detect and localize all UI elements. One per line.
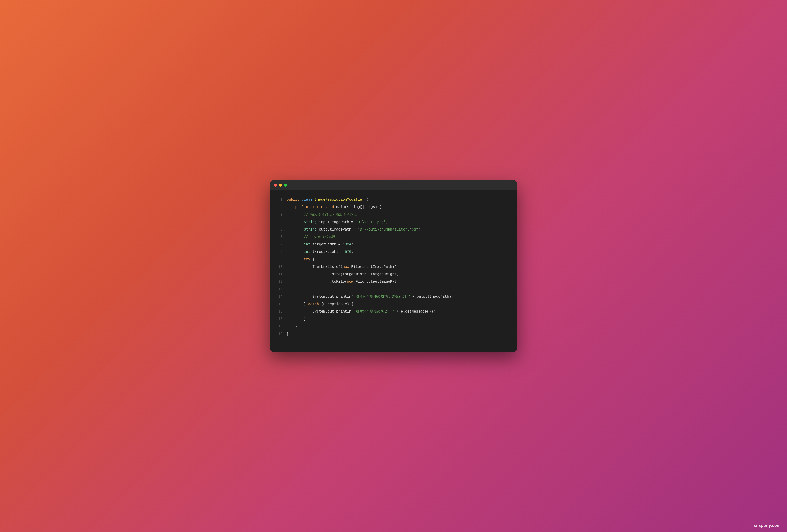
code-token: ; — [351, 250, 354, 254]
code-token: + e.getMessage()); — [395, 310, 435, 314]
code-token: inputImagePath = — [319, 220, 356, 224]
code-token: System.out.println( — [286, 295, 354, 299]
code-line-content: public static void main(String[] args) { — [286, 204, 513, 211]
minimize-button[interactable] — [279, 184, 282, 187]
table-row: 8 int targetHeight = 576; — [272, 248, 513, 256]
code-token: // 输入图片路径和输出图片路径 — [286, 213, 357, 217]
code-line-content: // 输入图片路径和输出图片路径 — [286, 211, 513, 219]
code-token: 576 — [345, 250, 351, 254]
code-token: Thumbnails.of( — [286, 265, 343, 269]
code-line-content: .size(targetWidth, targetHeight) — [286, 271, 513, 278]
code-token: public — [295, 205, 310, 209]
table-row: 18 } — [272, 323, 513, 330]
code-table: 1public class ImageResolutionModifier {2… — [272, 196, 513, 345]
code-token: { — [364, 198, 368, 202]
table-row: 4 String inputImagePath = "D:\\out1.png"… — [272, 219, 513, 226]
code-token: { — [311, 257, 315, 261]
table-row: 13 — [272, 285, 513, 293]
line-number: 11 — [272, 271, 286, 278]
code-token: String — [304, 228, 319, 232]
line-number: 1 — [272, 196, 286, 204]
code-line-content: int targetWidth = 1024; — [286, 241, 513, 248]
code-token: (Exception e) { — [319, 302, 354, 306]
line-number: 14 — [272, 293, 286, 301]
table-row: 11 .size(targetWidth, targetHeight) — [272, 271, 513, 278]
code-token: System.out.println( — [286, 310, 354, 314]
table-row: 20 — [272, 338, 513, 345]
code-token: File(outputImagePath)); — [356, 280, 405, 284]
code-token: ; — [386, 220, 388, 224]
code-token: + outputImagePath); — [410, 295, 453, 299]
code-token: targetWidth = — [313, 242, 342, 247]
table-row: 3 // 输入图片路径和输出图片路径 — [272, 211, 513, 219]
code-token: "D:\\out1.png" — [356, 220, 386, 224]
line-number: 2 — [272, 204, 286, 211]
code-token: } — [286, 332, 289, 336]
code-token: "D:\\out1-thumbnailator.jpg" — [358, 228, 418, 232]
line-number: 12 — [272, 278, 286, 285]
code-token: int — [304, 242, 313, 247]
code-token: } — [286, 317, 306, 321]
code-token: ImageResolutionModifier — [315, 198, 364, 202]
code-token — [286, 205, 295, 209]
watermark: snappify.com — [753, 523, 781, 528]
table-row: 2 public static void main(String[] args)… — [272, 204, 513, 211]
table-row: 15 } catch (Exception e) { — [272, 301, 513, 308]
code-token: try — [304, 257, 311, 261]
code-token: "图片分辨率修改失败: " — [354, 310, 395, 314]
table-row: 1public class ImageResolutionModifier { — [272, 196, 513, 204]
table-row: 19} — [272, 331, 513, 338]
code-line-content: Thumbnails.of(new File(inputImagePath)) — [286, 263, 513, 271]
table-row: 5 String outputImagePath = "D:\\out1-thu… — [272, 226, 513, 233]
code-token: public — [286, 198, 302, 202]
line-number: 18 — [272, 323, 286, 330]
code-token: static — [311, 205, 325, 209]
code-token — [286, 228, 304, 232]
table-row: 7 int targetWidth = 1024; — [272, 241, 513, 248]
code-window: 1public class ImageResolutionModifier {2… — [270, 180, 517, 352]
code-token — [286, 242, 304, 247]
code-token — [286, 220, 304, 224]
code-line-content: } — [286, 331, 513, 338]
line-number: 17 — [272, 315, 286, 323]
code-token: ; — [418, 228, 421, 232]
code-line-content: try { — [286, 256, 513, 263]
code-line-content: } — [286, 315, 513, 323]
code-token: catch — [308, 302, 319, 306]
line-number: 9 — [272, 256, 286, 263]
code-token: File(inputImagePath)) — [351, 265, 397, 269]
code-line-content: System.out.println("图片分辨率修改失败: " + e.get… — [286, 308, 513, 315]
maximize-button[interactable] — [284, 184, 287, 187]
code-token: new — [347, 280, 356, 284]
code-token: } — [286, 324, 297, 328]
code-line-content: int targetHeight = 576; — [286, 248, 513, 256]
close-button[interactable] — [274, 184, 277, 187]
line-number: 7 — [272, 241, 286, 248]
table-row: 12 .toFile(new File(outputImagePath)); — [272, 278, 513, 285]
code-token — [286, 257, 304, 261]
line-number: 6 — [272, 233, 286, 241]
code-token: .toFile( — [286, 280, 347, 284]
code-token: String — [304, 220, 319, 224]
code-token: new — [343, 265, 351, 269]
code-line-content — [286, 338, 513, 345]
code-token: outputImagePath = — [319, 228, 358, 232]
line-number: 5 — [272, 226, 286, 233]
table-row: 9 try { — [272, 256, 513, 263]
line-number: 19 — [272, 331, 286, 338]
code-area: 1public class ImageResolutionModifier {2… — [270, 190, 517, 352]
line-number: 16 — [272, 308, 286, 315]
line-number: 15 — [272, 301, 286, 308]
code-token: ; — [351, 242, 354, 247]
table-row: 6 // 目标宽度和高度 — [272, 233, 513, 241]
code-token: .size(targetWidth, targetHeight) — [286, 272, 399, 276]
table-row: 16 System.out.println("图片分辨率修改失败: " + e.… — [272, 308, 513, 315]
code-line-content: } — [286, 323, 513, 330]
code-token: 1024 — [343, 242, 351, 247]
code-token: class — [302, 198, 315, 202]
code-token: main(String[] args) { — [336, 205, 382, 209]
code-line-content: .toFile(new File(outputImagePath)); — [286, 278, 513, 285]
code-token: targetHeight = — [313, 250, 345, 254]
table-row: 14 System.out.println("图片分辨率修改成功，并保存到 " … — [272, 293, 513, 301]
code-token: int — [304, 250, 313, 254]
